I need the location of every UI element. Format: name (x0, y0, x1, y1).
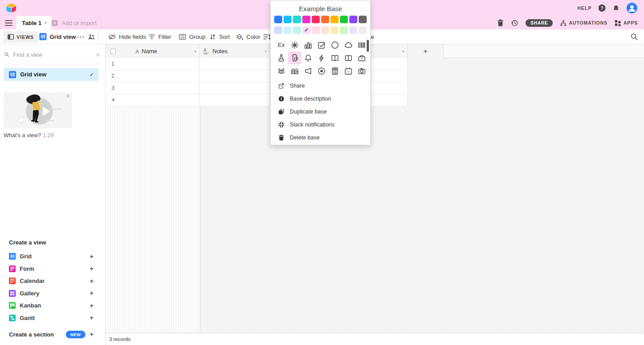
menu-item-base-description[interactable]: Base description (271, 92, 370, 105)
base-name[interactable]: Example Base (271, 5, 370, 13)
account-avatar[interactable] (627, 3, 637, 13)
base-color-swatch[interactable] (349, 16, 357, 23)
grid-cell[interactable] (200, 58, 270, 70)
grid-cell[interactable]: + (106, 94, 200, 106)
base-icon-checkbox[interactable] (315, 38, 328, 51)
apps-button[interactable]: APPS (614, 20, 638, 26)
base-icon-bug[interactable] (275, 64, 288, 77)
base-color-swatch[interactable]: ✓ (302, 26, 310, 34)
base-color-swatch[interactable] (359, 26, 367, 34)
base-color-swatch[interactable] (284, 26, 292, 34)
plus-icon[interactable]: + (90, 314, 93, 321)
grid-cell[interactable] (200, 94, 270, 106)
plus-icon[interactable]: + (90, 302, 93, 309)
base-icon-cloud[interactable] (342, 38, 355, 51)
share-button[interactable]: SHARE (525, 19, 553, 27)
airtable-logo-icon[interactable] (5, 2, 17, 14)
base-color-swatch[interactable] (312, 26, 320, 34)
create-view-grid[interactable]: Grid+ (0, 250, 105, 263)
base-color-swatch[interactable] (330, 26, 339, 34)
create-view-calendar[interactable]: Calendar+ (0, 275, 105, 287)
search-icon[interactable] (631, 29, 638, 44)
sidebar-item-grid-view[interactable]: Grid view ✓ (4, 68, 98, 81)
base-color-swatch[interactable] (321, 16, 329, 23)
base-color-swatch[interactable] (274, 26, 282, 34)
base-icon-circle[interactable] (328, 38, 342, 51)
base-icon-book[interactable] (342, 51, 355, 64)
hide-fields-button[interactable]: Hide fields (108, 29, 146, 44)
base-icon-calendar7[interactable]: 7 (342, 64, 355, 77)
grid-cell[interactable] (200, 70, 270, 82)
view-settings-gear-icon[interactable] (96, 51, 101, 58)
automations-button[interactable]: AUTOMATIONS (560, 20, 607, 26)
base-color-swatch[interactable] (349, 26, 357, 34)
select-all-checkbox[interactable] (110, 49, 116, 54)
collaborators-icon[interactable] (88, 29, 95, 44)
base-icon-asterisk[interactable] (288, 38, 301, 51)
base-color-swatch[interactable] (284, 16, 292, 23)
grid-cell[interactable] (200, 82, 270, 94)
menu-item-slack-notifications[interactable]: Slack notifications (271, 118, 370, 131)
hamburger-menu-icon[interactable] (5, 20, 13, 26)
group-button[interactable]: Group (179, 29, 205, 44)
chevron-down-icon[interactable]: ▾ (402, 49, 404, 54)
chevron-down-icon[interactable]: ▾ (45, 21, 47, 25)
base-icon-flask[interactable] (275, 51, 288, 64)
base-icon-beer[interactable] (288, 51, 301, 64)
panel-scrollbar[interactable] (367, 40, 369, 52)
plus-icon[interactable]: + (90, 331, 93, 338)
base-icon-megaphone[interactable] (301, 64, 315, 77)
filter-button[interactable]: Filter (148, 29, 171, 44)
base-color-swatch[interactable] (293, 26, 301, 34)
base-icon-ex[interactable]: Ex (275, 38, 288, 51)
find-view-input[interactable] (13, 51, 92, 58)
create-section-button[interactable]: Create a section NEW + (0, 329, 105, 340)
current-view-button[interactable]: Grid view (39, 29, 76, 44)
video-caption[interactable]: What's a view?1:29 (4, 132, 54, 139)
base-icon-calculator[interactable] (328, 64, 342, 77)
base-color-swatch[interactable] (359, 16, 367, 23)
base-icon-warehouse[interactable] (288, 64, 301, 77)
sort-button[interactable]: Sort (209, 29, 230, 44)
whats-a-view-video-thumbnail[interactable]: × (4, 93, 72, 128)
views-toggle-button[interactable]: VIEWS (4, 31, 38, 42)
grid-cell[interactable]: 3 (106, 82, 200, 94)
create-view-gantt[interactable]: Gantt+ (0, 312, 105, 324)
base-color-swatch[interactable] (302, 16, 310, 23)
grid-cell[interactable]: 2 (106, 70, 200, 82)
base-icon-briefcase[interactable] (355, 51, 369, 64)
add-or-import-button[interactable]: Add or import (51, 16, 97, 29)
base-color-swatch[interactable] (340, 26, 348, 34)
base-icon-bell[interactable] (301, 51, 315, 64)
plus-icon[interactable]: + (90, 290, 93, 297)
create-view-kanban[interactable]: Kanban+ (0, 299, 105, 312)
view-options-button[interactable]: ··· (77, 29, 85, 44)
chevron-down-icon[interactable]: ▾ (194, 49, 196, 54)
close-icon[interactable]: × (66, 93, 70, 99)
plus-icon[interactable]: + (90, 253, 93, 260)
base-icon-bar-chart[interactable] (301, 38, 315, 51)
base-icon-camera[interactable] (355, 64, 369, 77)
menu-item-duplicate-base[interactable]: Duplicate base (271, 105, 370, 118)
base-color-swatch[interactable] (330, 16, 339, 23)
create-view-gallery[interactable]: Gallery+ (0, 287, 105, 300)
notifications-bell-icon[interactable] (612, 4, 620, 12)
base-color-swatch[interactable] (274, 16, 282, 23)
base-icon-book-open[interactable] (328, 51, 342, 64)
color-button[interactable]: Color (236, 29, 260, 44)
base-color-swatch[interactable] (293, 16, 301, 23)
base-color-swatch[interactable] (340, 16, 348, 23)
column-header-notes[interactable]: A Notes ▾ (200, 44, 270, 58)
tab-table-1[interactable]: Table 1 ▾ (16, 16, 51, 29)
column-header-name[interactable]: A Name ▾ (106, 44, 200, 58)
base-color-swatch[interactable] (312, 16, 320, 23)
base-color-swatch[interactable] (321, 26, 329, 34)
chevron-down-icon[interactable]: ▾ (264, 49, 267, 54)
plus-icon[interactable]: + (90, 278, 93, 285)
menu-item-share[interactable]: Share (271, 79, 370, 92)
add-field-button[interactable]: + (408, 44, 444, 58)
base-icon-bolt[interactable] (315, 51, 328, 64)
menu-item-delete-base[interactable]: Delete base (271, 131, 370, 144)
plus-icon[interactable]: + (90, 265, 93, 272)
history-icon[interactable] (511, 19, 518, 27)
